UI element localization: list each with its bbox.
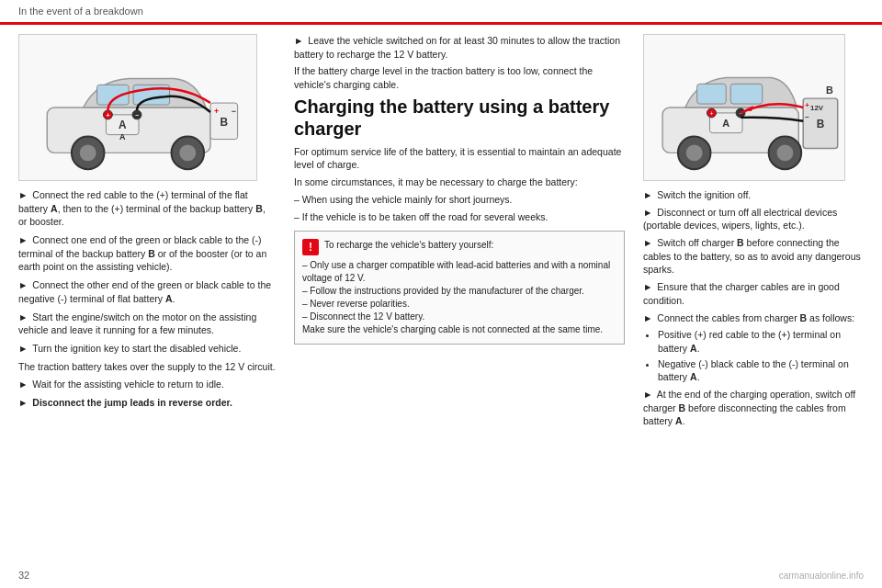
svg-text:−: − — [805, 113, 809, 121]
svg-text:B: B — [826, 85, 833, 96]
right-text: ► Switch the ignition off. ► Disconnect … — [643, 188, 864, 428]
svg-text:B: B — [817, 118, 825, 130]
right-bullet-list: Positive (+) red cable to the (+) termin… — [658, 328, 864, 384]
left-para-8: ► Disconnect the jump leads in reverse o… — [18, 396, 276, 410]
watermark: carmanualonline.info — [779, 571, 864, 581]
left-column: A B + − + − A ► Conn — [18, 34, 276, 574]
svg-text:−: − — [135, 112, 139, 119]
svg-point-22 — [686, 144, 703, 161]
left-para-4: ► Start the engine/switch on the motor o… — [18, 311, 276, 337]
middle-intro-1: ► Leave the vehicle switched on for at l… — [294, 34, 625, 61]
middle-intro: ► Leave the vehicle switched on for at l… — [294, 34, 625, 92]
notice-line-1: – Only use a charger compatible with lea… — [302, 259, 616, 285]
main-content: A B + − + − A ► Conn — [0, 25, 882, 583]
middle-column: ► Leave the vehicle switched on for at l… — [285, 34, 634, 574]
right-para-final: ► At the end of the charging operation, … — [643, 388, 864, 428]
notice-line-2: – Follow the instructions provided by th… — [302, 285, 616, 298]
svg-text:−: − — [232, 107, 236, 116]
svg-text:+: + — [709, 110, 713, 117]
svg-text:+: + — [106, 112, 109, 119]
svg-text:+: + — [805, 101, 809, 109]
right-column: A + − B 12V B + − — [643, 34, 864, 574]
left-para-2: ► Connect one end of the green or black … — [18, 233, 276, 274]
right-para-1: ► Switch the ignition off. — [643, 188, 864, 202]
middle-body: For optimum service life of the battery,… — [294, 145, 625, 223]
svg-text:12V: 12V — [810, 104, 824, 112]
svg-text:A: A — [722, 118, 729, 129]
right-para-3: ► Switch off charger B before connecting… — [643, 236, 864, 277]
middle-body-2: In some circumstances, it may be necessa… — [294, 175, 625, 189]
notice-line-4: – Disconnect the 12 V battery. — [302, 311, 616, 323]
left-text: ► Connect the red cable to the (+) termi… — [18, 188, 276, 410]
left-para-1: ► Connect the red cable to the (+) termi… — [18, 188, 276, 229]
exclamation-icon: ! — [302, 239, 319, 255]
svg-text:B: B — [220, 116, 229, 129]
svg-text:A: A — [119, 119, 127, 131]
right-bullet-2: Negative (-) black cable to the (-) term… — [658, 357, 864, 384]
left-para-3: ► Connect the other end of the green or … — [18, 278, 276, 305]
svg-rect-20 — [730, 84, 763, 104]
right-bullet-1: Positive (+) red cable to the (+) termin… — [658, 328, 864, 355]
notice-header-row: ! To recharge the vehicle's battery your… — [302, 239, 616, 255]
page-number: 32 — [18, 570, 29, 581]
notice-box: ! To recharge the vehicle's battery your… — [294, 231, 625, 345]
notice-line-3: – Never reverse polarities. — [302, 298, 616, 311]
section-title: Charging the battery using a battery cha… — [294, 96, 625, 140]
right-para-5: ► Connect the cables from charger B as f… — [643, 311, 864, 325]
notice-line-5: Make sure the vehicle's charging cable i… — [302, 323, 616, 336]
svg-point-6 — [179, 144, 196, 161]
right-para-4: ► Ensure that the charger cables are in … — [643, 280, 864, 307]
middle-body-1: For optimum service life of the battery,… — [294, 145, 625, 172]
left-para-6: The traction battery takes over the supp… — [18, 360, 276, 374]
left-para-5: ► Turn the ignition key to start the dis… — [18, 342, 276, 356]
middle-intro-2: If the battery charge level in the tract… — [294, 64, 625, 91]
right-para-2: ► Disconnect or turn off all electrical … — [643, 206, 864, 232]
left-para-7: ► Wait for the assisting vehicle to retu… — [18, 378, 276, 391]
middle-body-3: – When using the vehicle mainly for shor… — [294, 193, 625, 207]
svg-rect-19 — [697, 84, 727, 104]
middle-body-4: – If the vehicle is to be taken off the … — [294, 210, 625, 224]
svg-text:+: + — [214, 107, 219, 116]
svg-text:A: A — [119, 132, 126, 141]
header-title: In the event of a breakdown — [18, 6, 143, 17]
svg-point-24 — [777, 144, 794, 161]
svg-point-4 — [80, 144, 96, 161]
car-illustration-left: A B + − + − A — [18, 34, 257, 181]
header: In the event of a breakdown — [0, 0, 882, 25]
car-illustration-right: A + − B 12V B + − — [643, 34, 845, 181]
notice-header-text: To recharge the vehicle's battery yourse… — [324, 239, 493, 252]
